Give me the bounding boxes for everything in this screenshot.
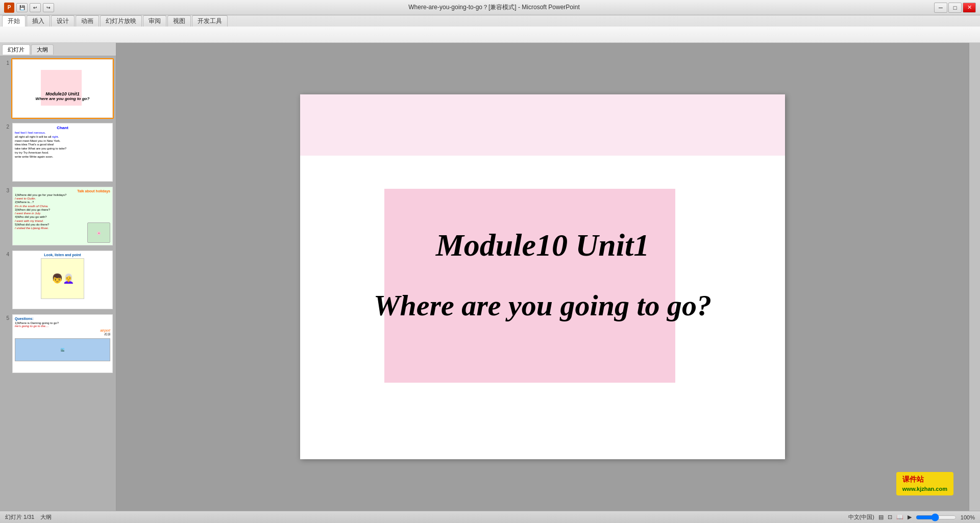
slide-2-line5: take take What are you going to take? [15,147,110,151]
slide-4-preview: Look, listen and point 👦👩‍🦳 [12,251,113,309]
title-bar: P 💾 ↩ ↪ Where-are-you-going-to-go？[兼容模式]… [0,0,980,15]
main-slide-subtitle: Where are you going to go? [300,288,785,322]
slide-item-2[interactable]: 2 Chant feel feel I feel nervous. all ri… [2,122,114,183]
left-panel: 幻灯片 大纲 1 Module10 Unit1 Where are you go… [0,43,116,511]
main-slide-area[interactable]: Module10 Unit1 Where are you going to go… [116,43,969,511]
slide-2-line2: all right all right It will be all right… [15,135,110,139]
theme-label: 大纲 [40,513,52,521]
slide-1-preview: Module10 Unit1 Where are you going to go… [12,59,113,118]
save-quick-btn[interactable]: 💾 [16,3,28,12]
maximize-btn[interactable]: □ [948,3,962,13]
slide-5-a1: He's going to go to the.... [15,325,110,328]
slide-5-airport: airport机场 [15,329,110,337]
slide-4-image: 👦👩‍🦳 [41,258,84,299]
slide-list[interactable]: 1 Module10 Unit1 Where are you going to … [0,56,116,511]
slide-3-image: 🌸 [87,222,110,243]
app-icon: P [4,3,14,13]
slide-5-title: Questions: [15,317,110,320]
panel-tabs: 幻灯片 大纲 [0,43,116,56]
title-bar-left: P 💾 ↩ ↪ [4,3,54,13]
status-right: 中文(中国) ▤ ⊡ 📖 ▶ 100% [848,513,975,521]
tab-developer[interactable]: 开发工具 [192,15,228,27]
slide-2-chant-title: Chant [15,126,110,130]
slide-canvas[interactable]: Module10 Unit1 Where are you going to go… [300,94,785,459]
slide-2-line1: feel feel I feel nervous. [15,131,110,135]
slide-3-q1: 1)Where did you go for your holidays? [15,193,110,197]
slide-4-title: Look, listen and point [15,253,110,257]
ribbon: 开始 插入 设计 动画 幻灯片放映 审阅 视图 开发工具 [0,15,980,43]
slide-thumb-1[interactable]: Module10 Unit1 Where are you going to go… [11,58,114,119]
slide-5-image: 🏙️ [15,338,110,361]
view-slide-icon[interactable]: ⊡ [888,514,892,520]
close-btn[interactable]: ✕ [963,3,976,13]
slide-number-5: 5 [2,313,9,321]
view-reading-icon[interactable]: 📖 [896,514,903,520]
right-scroll-panel [969,43,980,511]
slide-3-q2: 2)Where is...? [15,200,110,204]
tab-slideshow[interactable]: 幻灯片放映 [100,15,142,27]
slide-number-1: 1 [2,58,9,66]
panels: 幻灯片 大纲 1 Module10 Unit1 Where are you go… [0,43,980,511]
slide-2-line7: write write Write again soon. [15,155,110,159]
tab-view[interactable]: 视图 [167,15,191,27]
slide-5-preview: Questions: 1)Where is Daming going to go… [12,314,113,373]
slide-number-3: 3 [2,186,9,193]
view-normal-icon[interactable]: ▤ [878,514,884,520]
slide-1-subtitle: Where are you going to go? [36,96,90,101]
slide-thumb-4[interactable]: Look, listen and point 👦👩‍🦳 [11,250,114,310]
zoom-level: 100% [961,514,975,520]
window-title: Where-are-you-going-to-go？[兼容模式] - Micro… [408,3,579,12]
minimize-btn[interactable]: ─ [934,3,947,13]
slide-2-line4: idea idea That's a good idea! [15,143,110,147]
slide-3-q3: 3)When did you go there? [15,208,110,212]
tab-insert[interactable]: 插入 [27,15,50,27]
tab-start[interactable]: 开始 [2,15,26,27]
slide-item-1[interactable]: 1 Module10 Unit1 Where are you going to … [2,58,114,119]
slide-3-q4: 4)Who did you go with? [15,215,110,219]
status-bar: 幻灯片 1/31 大纲 中文(中国) ▤ ⊡ 📖 ▶ 100% [0,511,980,523]
main-area-inner: Module10 Unit1 Where are you going to go… [116,43,969,511]
window-controls: ─ □ ✕ [934,3,976,13]
main-pink-center [384,189,675,383]
slide-item-3[interactable]: 3 Talk about holidays 1)Where did you go… [2,186,114,246]
tab-animation[interactable]: 动画 [76,15,99,27]
slide-4-cartoon: 👦👩‍🦳 [52,273,74,284]
slide-count: 幻灯片 1/31 [5,513,34,521]
slide-2-preview: Chant feel feel I feel nervous. all righ… [12,123,113,182]
slide-thumb-2[interactable]: Chant feel feel I feel nervous. all righ… [11,122,114,183]
undo-btn[interactable]: ↩ [30,3,41,12]
zoom-slider[interactable] [916,513,957,521]
redo-btn[interactable]: ↪ [43,3,54,12]
slide-3-preview: Talk about holidays 1)Where did you go f… [12,187,113,245]
main-slide-title: Module10 Unit1 [300,227,785,263]
language-label: 中文(中国) [848,513,874,521]
status-left: 幻灯片 1/31 大纲 [5,513,52,521]
slide-3-title: Talk about holidays [15,189,110,193]
main-bg-pink-top [300,94,785,156]
slide-number-2: 2 [2,122,9,130]
slide-item-4[interactable]: 4 Look, listen and point 👦👩‍🦳 [2,250,114,310]
tab-slides[interactable]: 幻灯片 [2,44,30,55]
tab-review[interactable]: 审阅 [143,15,166,27]
ribbon-commands [0,27,980,43]
slide-thumb-5[interactable]: Questions: 1)Where is Daming going to go… [11,313,114,374]
slide-2-line3: meet meet Meet you in New York. [15,139,110,143]
tab-outline[interactable]: 大纲 [31,44,54,55]
slide-1-title: Module10 Unit1 [45,91,80,96]
view-slideshow-icon[interactable]: ▶ [908,514,912,520]
slide-thumb-3[interactable]: Talk about holidays 1)Where did you go f… [11,186,114,246]
slide-2-line6: try try Try American food. [15,151,110,155]
slide-number-4: 4 [2,250,9,257]
ribbon-tabs: 开始 插入 设计 动画 幻灯片放映 审阅 视图 开发工具 [0,15,980,27]
slide-item-5[interactable]: 5 Questions: 1)Where is Daming going to … [2,313,114,374]
tab-design[interactable]: 设计 [51,15,75,27]
